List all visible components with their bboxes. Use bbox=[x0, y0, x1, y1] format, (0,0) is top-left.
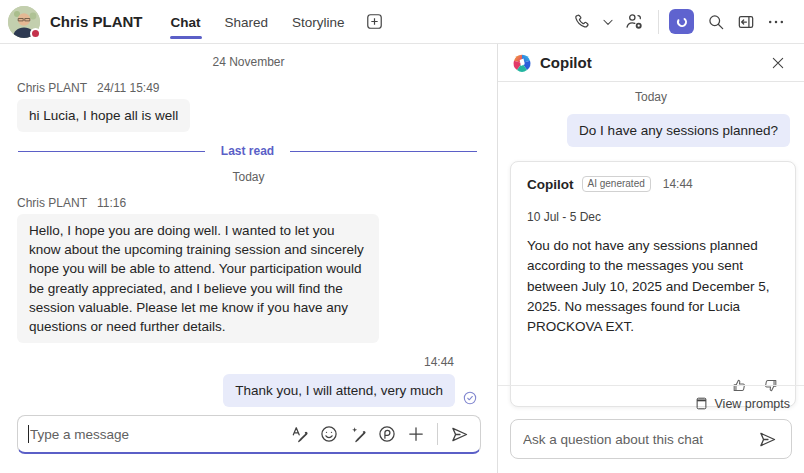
teams-chat-window: Chris PLANT Chat Shared Storyline bbox=[0, 0, 804, 473]
copilot-card-timestamp: 14:44 bbox=[663, 177, 693, 191]
chevron-down-icon bbox=[601, 15, 615, 29]
sent-message-bubble: Thank you, I will attend, very much bbox=[223, 374, 455, 407]
add-tab-button[interactable] bbox=[365, 12, 384, 31]
manage-people-icon bbox=[624, 11, 645, 32]
copilot-panel: Copilot Today Do I have any sessions pla… bbox=[497, 44, 804, 473]
copilot-card-sender: Copilot bbox=[527, 177, 574, 192]
copilot-logo-icon bbox=[512, 53, 532, 73]
send-icon bbox=[449, 424, 470, 445]
call-icon bbox=[572, 12, 592, 32]
last-read-line bbox=[18, 151, 205, 152]
tab-shared[interactable]: Shared bbox=[215, 3, 279, 41]
received-message-group: Chris PLANT11:16 Hello, I hope you are d… bbox=[0, 196, 497, 343]
attach-apps-button[interactable] bbox=[403, 421, 429, 447]
message-meta: Chris PLANT11:16 bbox=[17, 196, 480, 210]
chat-header-left: Chris PLANT Chat Shared Storyline bbox=[8, 3, 384, 41]
copilot-user-message-row: Do I have any sessions planned? bbox=[498, 110, 804, 147]
contact-name: Chris PLANT bbox=[50, 13, 143, 30]
more-options-icon bbox=[766, 12, 786, 32]
call-options-button[interactable] bbox=[598, 8, 618, 36]
open-chat-panel-icon bbox=[736, 12, 756, 32]
copilot-rewrite-icon bbox=[348, 424, 368, 444]
view-prompts-button[interactable]: View prompts bbox=[510, 394, 792, 419]
composer-divider bbox=[437, 423, 438, 445]
received-message-bubble: hi Lucia, I hope all is well bbox=[17, 99, 190, 132]
loop-button[interactable] bbox=[374, 421, 400, 447]
ai-generated-badge: AI generated bbox=[582, 176, 651, 192]
close-icon bbox=[770, 55, 786, 71]
format-button[interactable] bbox=[287, 421, 313, 447]
copilot-conversation: Today Do I have any sessions planned? Co… bbox=[498, 82, 804, 385]
message-sender: Chris PLANT bbox=[17, 196, 87, 210]
received-message-group: Chris PLANT24/11 15:49 hi Lucia, I hope … bbox=[0, 81, 497, 132]
copilot-card-header: Copilot AI generated 14:44 bbox=[527, 176, 779, 192]
send-icon bbox=[757, 429, 778, 450]
chat-tabs: Chat Shared Storyline bbox=[161, 3, 384, 41]
main-area: 24 November Chris PLANT24/11 15:49 hi Lu… bbox=[0, 44, 804, 473]
copilot-rewrite-button[interactable] bbox=[345, 421, 371, 447]
open-chat-panel-button[interactable] bbox=[732, 8, 760, 36]
read-receipt-icon bbox=[462, 390, 478, 406]
copilot-input-box[interactable] bbox=[510, 419, 792, 459]
copilot-response-text: You do not have any sessions planned acc… bbox=[527, 236, 779, 337]
plus-square-icon bbox=[365, 12, 384, 31]
busy-status-icon bbox=[30, 28, 41, 39]
message-sender: Chris PLANT bbox=[17, 81, 87, 95]
search-button[interactable] bbox=[702, 8, 730, 36]
header-divider bbox=[658, 10, 659, 34]
received-message-bubble: Hello, I hope you are doing well. I want… bbox=[17, 214, 379, 343]
loop-icon bbox=[377, 424, 397, 444]
last-read-label: Last read bbox=[205, 144, 290, 158]
copilot-response-card: Copilot AI generated 14:44 10 Jul - 5 De… bbox=[510, 161, 796, 407]
contact-avatar[interactable] bbox=[8, 6, 40, 38]
tab-chat[interactable]: Chat bbox=[161, 3, 211, 41]
sent-message-row: Thank you, I will attend, very much bbox=[0, 374, 478, 407]
close-copilot-button[interactable] bbox=[764, 49, 792, 77]
plus-icon bbox=[406, 424, 426, 444]
emoji-icon bbox=[319, 424, 339, 444]
message-input[interactable] bbox=[29, 427, 287, 442]
copilot-app-icon bbox=[674, 14, 690, 30]
date-divider: Today bbox=[0, 164, 497, 190]
send-button[interactable] bbox=[446, 421, 472, 447]
copilot-date-range: 10 Jul - 5 Dec bbox=[527, 210, 779, 224]
copilot-user-message-bubble: Do I have any sessions planned? bbox=[567, 114, 790, 147]
more-options-button[interactable] bbox=[762, 8, 790, 36]
copilot-panel-title: Copilot bbox=[540, 54, 764, 71]
copilot-app-button[interactable] bbox=[669, 9, 694, 34]
message-list: 24 November Chris PLANT24/11 15:49 hi Lu… bbox=[0, 44, 497, 407]
manage-people-button[interactable] bbox=[620, 8, 648, 36]
message-meta: Chris PLANT24/11 15:49 bbox=[17, 81, 480, 95]
copilot-panel-header: Copilot bbox=[498, 44, 804, 82]
last-read-line bbox=[290, 151, 477, 152]
copilot-footer: View prompts bbox=[498, 385, 804, 473]
message-composer[interactable] bbox=[17, 415, 481, 454]
copilot-send-button[interactable] bbox=[753, 425, 781, 453]
composer-actions bbox=[287, 421, 472, 447]
tab-storyline[interactable]: Storyline bbox=[282, 3, 355, 41]
copilot-date-divider: Today bbox=[498, 84, 804, 110]
message-timestamp: 11:16 bbox=[97, 196, 126, 210]
search-icon bbox=[706, 12, 726, 32]
date-divider: 24 November bbox=[0, 49, 497, 75]
chat-pane: 24 November Chris PLANT24/11 15:49 hi Lu… bbox=[0, 44, 497, 473]
sent-message-group: 14:44 Thank you, I will attend, very muc… bbox=[0, 355, 497, 407]
message-timestamp: 24/11 15:49 bbox=[97, 81, 160, 95]
call-button[interactable] bbox=[568, 8, 596, 36]
view-prompts-label: View prompts bbox=[715, 397, 791, 411]
last-read-divider: Last read bbox=[18, 144, 477, 158]
format-icon bbox=[290, 424, 310, 444]
sent-message-timestamp: 14:44 bbox=[0, 355, 454, 369]
chat-header: Chris PLANT Chat Shared Storyline bbox=[0, 0, 804, 44]
view-prompts-icon bbox=[694, 396, 709, 411]
emoji-button[interactable] bbox=[316, 421, 342, 447]
chat-header-actions bbox=[568, 8, 790, 36]
copilot-question-input[interactable] bbox=[523, 432, 753, 447]
